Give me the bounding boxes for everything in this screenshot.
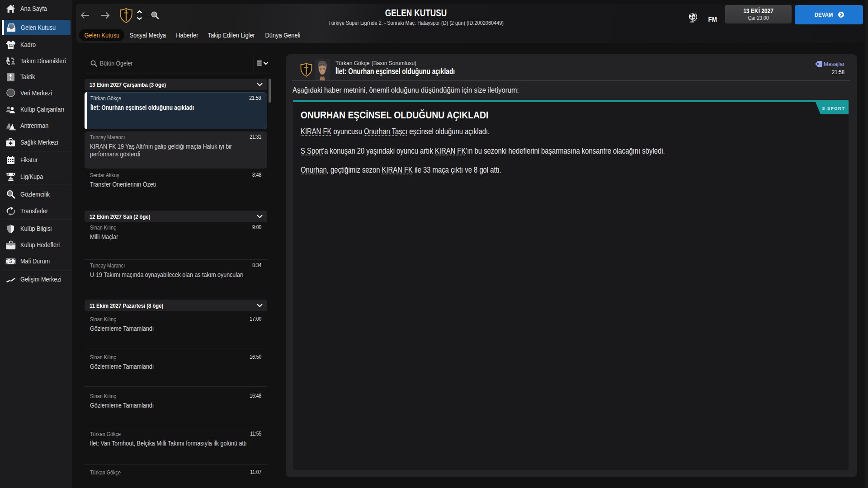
svg-text:11: 11 bbox=[9, 42, 13, 47]
